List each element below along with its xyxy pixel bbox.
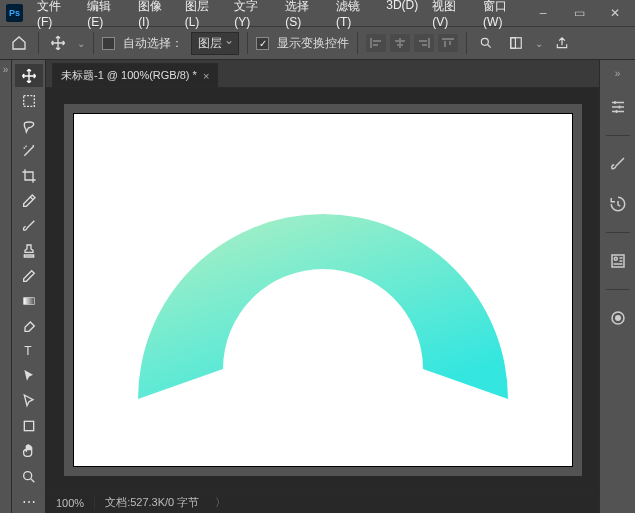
tab-label: 未标题-1 @ 100%(RGB/8) * xyxy=(61,68,197,83)
svg-rect-10 xyxy=(444,41,446,47)
history-panel-icon[interactable] xyxy=(606,192,630,216)
app-logo: Ps xyxy=(6,4,23,22)
edit-toolbar-button[interactable]: ⋯ xyxy=(15,490,43,513)
direct-select-tool[interactable] xyxy=(15,390,43,413)
document-tab[interactable]: 未标题-1 @ 100%(RGB/8) * × xyxy=(52,63,218,87)
expand-left-icon[interactable]: » xyxy=(3,64,9,75)
restore-button[interactable]: ▭ xyxy=(565,4,593,22)
auto-select-dropdown[interactable]: 图层 xyxy=(191,32,239,55)
brush-tool[interactable] xyxy=(15,214,43,237)
svg-rect-4 xyxy=(395,40,405,42)
canvas[interactable] xyxy=(74,114,572,466)
hand-tool[interactable] xyxy=(15,440,43,463)
workspace: » T ⋯ 未标题-1 @ 100%(RGB/8) * × xyxy=(0,60,635,513)
menu-image[interactable]: 图像(I) xyxy=(132,0,177,32)
brushes-panel-icon[interactable] xyxy=(606,152,630,176)
workspace-switcher-icon[interactable] xyxy=(505,32,527,54)
title-bar: Ps 文件(F) 编辑(E) 图像(I) 图层(L) 文字(Y) 选择(S) 滤… xyxy=(0,0,635,26)
panel-separator xyxy=(606,289,630,290)
panel-separator xyxy=(606,232,630,233)
svg-rect-6 xyxy=(428,38,430,48)
gradient-arc-shape xyxy=(118,189,528,419)
zoom-tool[interactable] xyxy=(15,465,43,488)
svg-rect-16 xyxy=(23,298,34,305)
toolbox: T ⋯ xyxy=(12,60,46,513)
menu-layer[interactable]: 图层(L) xyxy=(179,0,227,32)
svg-rect-8 xyxy=(422,44,427,46)
divider xyxy=(357,32,358,54)
marquee-tool[interactable] xyxy=(15,89,43,112)
type-tool[interactable]: T xyxy=(15,340,43,363)
color-panel-icon[interactable] xyxy=(606,306,630,330)
svg-point-21 xyxy=(614,257,617,260)
divider xyxy=(38,32,39,54)
magic-wand-tool[interactable] xyxy=(15,139,43,162)
menu-filter[interactable]: 滤镜(T) xyxy=(330,0,378,32)
adjustments-panel-icon[interactable] xyxy=(606,95,630,119)
show-transform-label: 显示变换控件 xyxy=(277,35,349,52)
divider xyxy=(247,32,248,54)
svg-rect-15 xyxy=(23,95,34,106)
menu-select[interactable]: 选择(S) xyxy=(279,0,328,32)
divider xyxy=(466,32,467,54)
divider xyxy=(93,32,94,54)
home-icon[interactable] xyxy=(8,32,30,54)
menu-edit[interactable]: 编辑(E) xyxy=(81,0,130,32)
svg-point-19 xyxy=(23,471,31,479)
stamp-tool[interactable] xyxy=(15,239,43,262)
svg-rect-18 xyxy=(24,422,33,431)
doc-info: 文档:527.3K/0 字节 xyxy=(95,495,209,510)
canvas-viewport[interactable] xyxy=(46,88,599,491)
eyedropper-tool[interactable] xyxy=(15,189,43,212)
menu-file[interactable]: 文件(F) xyxy=(31,0,79,32)
close-window-button[interactable]: ✕ xyxy=(601,4,629,22)
menu-window[interactable]: 窗口(W) xyxy=(477,0,529,32)
gradient-tool[interactable] xyxy=(15,290,43,313)
status-bar: 100% 文档:527.3K/0 字节 〉 xyxy=(46,491,599,513)
svg-rect-11 xyxy=(449,41,451,45)
align-top-button[interactable] xyxy=(438,34,458,52)
window-controls: – ▭ ✕ xyxy=(529,4,629,22)
menu-type[interactable]: 文字(Y) xyxy=(228,0,277,32)
eraser-tool[interactable] xyxy=(15,265,43,288)
svg-rect-14 xyxy=(511,38,516,49)
move-tool[interactable] xyxy=(15,64,43,87)
tool-preset-dropdown-icon[interactable]: ⌄ xyxy=(77,38,85,49)
expand-right-icon[interactable]: » xyxy=(615,68,621,79)
align-left-button[interactable] xyxy=(366,34,386,52)
align-right-button[interactable] xyxy=(414,34,434,52)
auto-select-label: 自动选择： xyxy=(123,35,183,52)
search-icon[interactable] xyxy=(475,32,497,54)
left-collapse-strip[interactable]: » xyxy=(0,60,12,513)
panel-separator xyxy=(606,135,630,136)
status-menu-icon[interactable]: 〉 xyxy=(209,495,232,510)
svg-rect-2 xyxy=(373,44,378,46)
menu-3d[interactable]: 3D(D) xyxy=(380,0,424,32)
menu-bar: 文件(F) 编辑(E) 图像(I) 图层(L) 文字(Y) 选择(S) 滤镜(T… xyxy=(31,0,529,32)
properties-panel-icon[interactable] xyxy=(606,249,630,273)
share-icon[interactable] xyxy=(551,32,573,54)
chevron-down-icon[interactable]: ⌄ xyxy=(535,38,543,49)
svg-rect-5 xyxy=(397,44,403,46)
align-center-h-button[interactable] xyxy=(390,34,410,52)
svg-rect-9 xyxy=(442,38,454,40)
minimize-button[interactable]: – xyxy=(529,4,557,22)
lasso-tool[interactable] xyxy=(15,114,43,137)
zoom-level[interactable]: 100% xyxy=(46,497,95,509)
svg-rect-1 xyxy=(373,40,381,42)
crop-tool[interactable] xyxy=(15,164,43,187)
svg-rect-0 xyxy=(370,38,372,48)
auto-select-checkbox[interactable] xyxy=(102,37,115,50)
document-area: 未标题-1 @ 100%(RGB/8) * × 100% 文档: xyxy=(46,60,599,513)
svg-text:T: T xyxy=(24,344,32,358)
svg-point-23 xyxy=(615,316,620,321)
tab-close-icon[interactable]: × xyxy=(203,70,209,82)
show-transform-checkbox[interactable] xyxy=(256,37,269,50)
shape-tool[interactable] xyxy=(15,415,43,438)
pen-tool[interactable] xyxy=(15,315,43,338)
svg-rect-3 xyxy=(399,38,401,48)
move-tool-icon[interactable] xyxy=(47,32,69,54)
path-select-tool[interactable] xyxy=(15,365,43,388)
menu-view[interactable]: 视图(V) xyxy=(426,0,475,32)
tab-bar: 未标题-1 @ 100%(RGB/8) * × xyxy=(46,60,599,88)
